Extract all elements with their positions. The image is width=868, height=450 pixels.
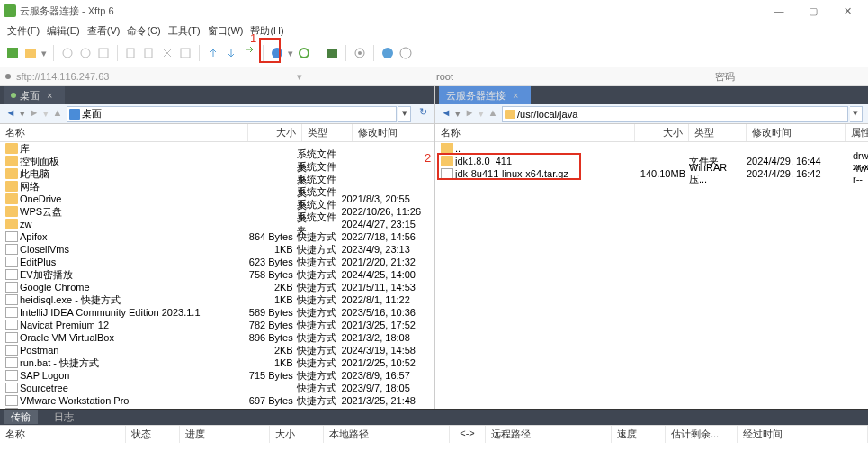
- local-tab[interactable]: 桌面 ×: [4, 86, 65, 104]
- remote-up-icon[interactable]: ▲: [486, 107, 500, 122]
- list-item[interactable]: Sourcetree快捷方式2023/9/7, 18:05: [0, 382, 434, 394]
- list-item[interactable]: CloseliVms1KB快捷方式2023/4/9, 23:13: [0, 243, 434, 256]
- list-item[interactable]: VMware Workstation Pro697 Bytes快捷方式2021/…: [0, 394, 434, 407]
- list-item[interactable]: EditPlus623 Bytes快捷方式2021/2/20, 21:32: [0, 256, 434, 268]
- remote-path-dropdown-icon[interactable]: ▾: [850, 106, 863, 122]
- st-elapsed[interactable]: 经过时间: [738, 426, 868, 443]
- menu-edit[interactable]: 编辑(E): [45, 24, 82, 38]
- transfer-tab[interactable]: 传输: [4, 410, 38, 424]
- download-icon[interactable]: [224, 46, 238, 60]
- list-item[interactable]: SAP Logon715 Bytes快捷方式2023/8/9, 16:57: [0, 369, 434, 382]
- list-item[interactable]: Navicat Premium 12782 Bytes快捷方式2021/3/25…: [0, 319, 434, 331]
- remote-file-list[interactable]: ..jdk1.8.0_411文件夹2024/4/29, 16:44drwxr-x…: [435, 142, 868, 409]
- paste-icon[interactable]: [142, 46, 157, 60]
- st-remaining[interactable]: 估计剩余...: [666, 426, 738, 443]
- file-icon: [5, 244, 18, 255]
- local-file-list[interactable]: 库控制面板系统文件夹此电脑系统文件夹网络系统文件夹OneDrive系统文件夹20…: [0, 142, 434, 409]
- local-refresh-icon[interactable]: ↻: [415, 106, 431, 122]
- terminal-icon[interactable]: [325, 46, 339, 60]
- settings-icon[interactable]: [353, 46, 367, 60]
- remote-tab[interactable]: 云服务器连接 ×: [439, 86, 531, 104]
- user-input[interactable]: [308, 71, 583, 82]
- remote-tab-close[interactable]: ×: [513, 90, 518, 101]
- up-icon[interactable]: ▲: [50, 107, 65, 122]
- copy-icon[interactable]: [124, 46, 139, 60]
- st-local[interactable]: 本地路径: [324, 426, 450, 443]
- menu-tools[interactable]: 工具(T): [166, 24, 202, 38]
- col-modified[interactable]: 修改时间: [353, 124, 434, 141]
- rcol-name[interactable]: 名称: [435, 124, 635, 141]
- list-item[interactable]: Postman2KB快捷方式2024/3/19, 14:58: [0, 344, 434, 356]
- help-icon[interactable]: [380, 46, 395, 60]
- item-name: Postman: [20, 345, 58, 356]
- list-item[interactable]: run.bat - 快捷方式1KB快捷方式2021/2/25, 10:52: [0, 356, 434, 369]
- back-icon[interactable]: ◄: [4, 107, 18, 122]
- forward-icon[interactable]: ►: [27, 107, 41, 122]
- list-item[interactable]: EV加密播放758 Bytes快捷方式2024/4/25, 14:00: [0, 268, 434, 281]
- file-icon: [5, 294, 18, 305]
- menu-window[interactable]: 窗口(W): [206, 24, 246, 38]
- svg-point-9: [300, 49, 309, 58]
- cut-icon[interactable]: [160, 46, 174, 60]
- menu-view[interactable]: 查看(V): [85, 24, 122, 38]
- st-dir[interactable]: <->: [450, 426, 486, 443]
- item-size: 1KB: [248, 294, 297, 305]
- host-input[interactable]: [16, 71, 291, 82]
- file-icon: [5, 269, 18, 280]
- st-remote[interactable]: 远程路径: [486, 426, 612, 443]
- rcol-size[interactable]: 大小: [635, 124, 689, 141]
- list-item[interactable]: 网络系统文件夹: [0, 180, 434, 193]
- refresh-icon[interactable]: [297, 46, 311, 60]
- list-item[interactable]: WPS云盘系统文件夹2022/10/26, 11:26: [0, 205, 434, 218]
- delete-icon[interactable]: [178, 46, 192, 60]
- list-item[interactable]: zw系统文件夹2024/4/27, 23:15: [0, 218, 434, 230]
- list-item[interactable]: heidisql.exe - 快捷方式1KB快捷方式2022/8/1, 11:2…: [0, 293, 434, 306]
- list-item[interactable]: 控制面板系统文件夹: [0, 155, 434, 167]
- local-tab-close[interactable]: ×: [47, 90, 52, 101]
- connect-icon[interactable]: [60, 46, 75, 60]
- list-item[interactable]: OneDrive系统文件夹2021/8/3, 20:55: [0, 193, 434, 205]
- list-item[interactable]: 此电脑系统文件夹: [0, 167, 434, 180]
- path-dropdown-icon[interactable]: ▾: [398, 106, 411, 122]
- menu-file[interactable]: 文件(F): [5, 24, 41, 38]
- remote-back-icon[interactable]: ◄: [439, 107, 453, 122]
- remote-path-box[interactable]: /usr/local/java: [502, 106, 848, 122]
- upload-icon[interactable]: [206, 46, 220, 60]
- password-input[interactable]: [587, 71, 863, 82]
- st-name[interactable]: 名称: [0, 426, 126, 443]
- list-item[interactable]: WPS Office1KB快捷方式2022/8/31, 17:49: [0, 407, 434, 409]
- col-type[interactable]: 类型: [302, 124, 353, 141]
- rcol-modified[interactable]: 修改时间: [747, 124, 846, 141]
- st-progress[interactable]: 进度: [180, 426, 270, 443]
- list-item[interactable]: Apifox864 Bytes快捷方式2022/7/18, 14:56: [0, 230, 434, 243]
- close-button[interactable]: ✕: [830, 2, 864, 20]
- item-name: 控制面板: [20, 155, 59, 168]
- item-modified: 2021/5/11, 14:53: [341, 282, 429, 292]
- new-session-icon[interactable]: [5, 46, 20, 60]
- log-tab[interactable]: 日志: [47, 410, 81, 424]
- list-item[interactable]: Oracle VM VirtualBox896 Bytes快捷方式2021/3/…: [0, 331, 434, 344]
- minimize-button[interactable]: —: [762, 2, 796, 20]
- sync-icon[interactable]: [242, 46, 256, 60]
- col-name[interactable]: 名称: [0, 124, 248, 141]
- st-size[interactable]: 大小: [270, 426, 324, 443]
- open-icon[interactable]: [23, 46, 38, 60]
- disconnect-icon[interactable]: [78, 46, 93, 60]
- list-item[interactable]: 库: [0, 142, 434, 155]
- file-icon: [5, 332, 18, 343]
- remote-forward-icon[interactable]: ►: [462, 107, 477, 122]
- local-path-box[interactable]: 桌面: [67, 106, 397, 122]
- about-icon[interactable]: [398, 46, 413, 60]
- rcol-type[interactable]: 类型: [689, 124, 747, 141]
- menu-command[interactable]: 命令(C): [125, 24, 162, 38]
- rcol-attr[interactable]: 属性: [846, 124, 868, 141]
- st-speed[interactable]: 速度: [612, 426, 666, 443]
- maximize-button[interactable]: ▢: [796, 2, 830, 20]
- reconnect-icon[interactable]: [96, 46, 111, 60]
- bottom-tabs: 传输 日志: [0, 409, 868, 425]
- list-item[interactable]: IntelliJ IDEA Community Edition 2023.1.1…: [0, 306, 434, 319]
- list-item[interactable]: Google Chrome2KB快捷方式2021/5/11, 14:53: [0, 281, 434, 293]
- st-status[interactable]: 状态: [126, 426, 180, 443]
- col-size[interactable]: 大小: [248, 124, 302, 141]
- file-icon: [5, 395, 18, 406]
